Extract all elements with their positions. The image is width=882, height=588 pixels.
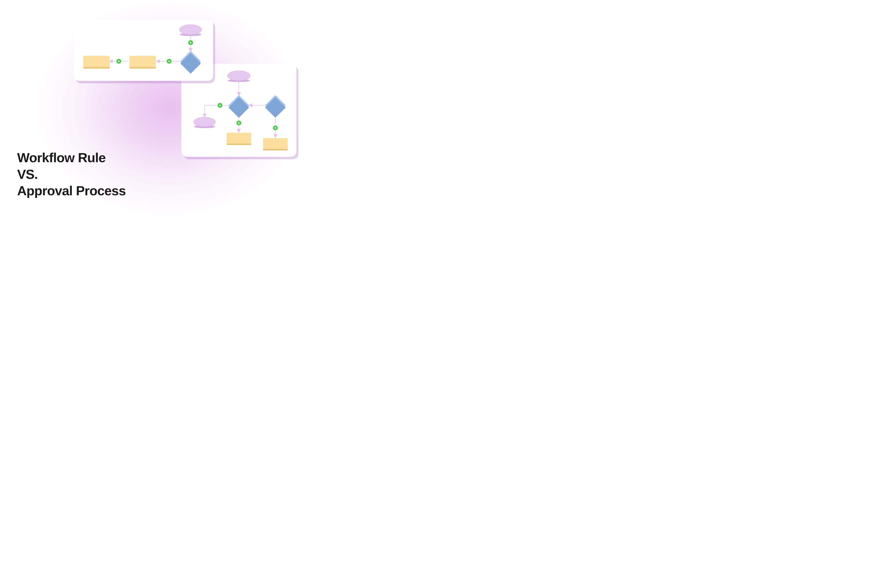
title-line-3: Approval Process	[17, 183, 126, 199]
title-line-1: Workflow Rule	[17, 150, 126, 166]
add-step-icon	[166, 59, 171, 64]
decision-diamond-icon	[268, 98, 283, 113]
process-rect-icon	[83, 56, 110, 67]
page-title: Workflow Rule VS. Approval Process	[17, 150, 126, 199]
process-rect-icon	[226, 133, 251, 144]
workflow-rule-card	[74, 20, 213, 81]
decision-diamond-icon	[231, 98, 246, 113]
process-rect-icon	[263, 138, 288, 149]
process-rect-icon	[129, 56, 156, 67]
add-step-icon	[236, 120, 242, 126]
add-step-icon	[188, 40, 193, 45]
end-ellipse-icon	[194, 117, 216, 127]
add-step-icon	[218, 103, 222, 108]
add-step-icon	[273, 126, 278, 130]
start-ellipse-icon	[179, 24, 202, 35]
start-ellipse-icon	[227, 70, 250, 81]
add-step-icon	[116, 59, 121, 64]
decision-diamond-icon	[183, 54, 198, 69]
title-line-2: VS.	[17, 166, 126, 183]
